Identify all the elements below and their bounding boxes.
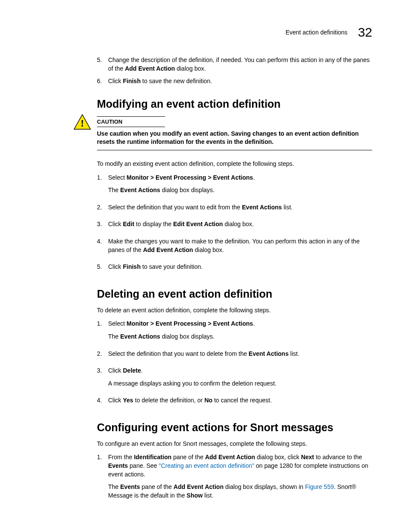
step-sub: The Event Actions dialog box displays. bbox=[108, 333, 372, 341]
step-body: Select the definition that you want to d… bbox=[108, 350, 372, 363]
step-number: 1. bbox=[97, 320, 108, 345]
caution-label: CAUTION bbox=[97, 116, 165, 127]
step-body: Make the changes you want to make to the… bbox=[108, 237, 372, 258]
list-item: 3.Click Edit to display the Edit Event A… bbox=[97, 220, 372, 233]
step-number: 4. bbox=[97, 396, 108, 409]
step-number: 1. bbox=[97, 453, 108, 504]
section-intro: To modify an existing event action defin… bbox=[97, 160, 372, 168]
list-item: 5. Change the description of the definit… bbox=[97, 56, 372, 73]
list-item: 6. Click Finish to save the new definiti… bbox=[97, 77, 372, 86]
steps-list-deleting: 1.Select Monitor > Event Processing > Ev… bbox=[97, 320, 372, 409]
step-body: Select Monitor > Event Processing > Even… bbox=[108, 320, 372, 345]
warning-icon: ! bbox=[73, 114, 91, 130]
section-heading-modifying: Modifying an event action definition bbox=[97, 98, 372, 110]
step-body: Select Monitor > Event Processing > Even… bbox=[108, 174, 372, 199]
list-item: 2.Select the definition that you want to… bbox=[97, 203, 372, 216]
step-body: Click Finish to save your definition. bbox=[108, 263, 372, 276]
step-number: 2. bbox=[97, 203, 108, 216]
list-item: 3.Click Delete.A message displays asking… bbox=[97, 367, 372, 392]
section-heading-deleting: Deleting an event action definition bbox=[97, 288, 372, 300]
cross-reference-link[interactable]: "Creating an event action definition" bbox=[159, 462, 255, 469]
section-label: Event action definitions bbox=[286, 29, 348, 36]
page-content: 5. Change the description of the definit… bbox=[97, 56, 372, 504]
step-number: 5. bbox=[97, 263, 108, 276]
chapter-number: 32 bbox=[358, 25, 372, 40]
section-heading-snort: Configuring event actions for Snort mess… bbox=[97, 421, 372, 434]
step-number: 5. bbox=[97, 56, 108, 73]
section-intro: To delete an event action definition, co… bbox=[97, 306, 372, 315]
step-sub: The Event Actions dialog box displays. bbox=[108, 186, 372, 195]
step-number: 1. bbox=[97, 174, 108, 199]
section-intro: To configure an event action for Snort m… bbox=[97, 440, 372, 448]
step-body: Click Delete.A message displays asking y… bbox=[108, 367, 372, 392]
step-number: 2. bbox=[97, 350, 108, 363]
caution-block: ! CAUTION Use caution when you modify an… bbox=[97, 116, 372, 150]
step-body: Click Finish to save the new definition. bbox=[108, 77, 372, 86]
list-item: 4.Click Yes to delete the definition, or… bbox=[97, 396, 372, 409]
step-body: Select the definition that you want to e… bbox=[108, 203, 372, 216]
list-item: 1.Select Monitor > Event Processing > Ev… bbox=[97, 320, 372, 345]
page-header: Event action definitions 32 bbox=[286, 25, 372, 40]
steps-list-snort: 1.From the Identification pane of the Ad… bbox=[97, 453, 372, 504]
cross-reference-link[interactable]: Figure 559 bbox=[305, 483, 334, 490]
step-number: 6. bbox=[97, 77, 108, 86]
svg-text:!: ! bbox=[81, 118, 84, 129]
caution-text: Use caution when you modify an event act… bbox=[97, 130, 372, 150]
step-body: Click Edit to display the Edit Event Act… bbox=[108, 220, 372, 233]
step-sub: A message displays asking you to confirm… bbox=[108, 380, 372, 388]
step-body: Change the description of the definition… bbox=[108, 56, 372, 73]
step-sub: The Events pane of the Add Event Action … bbox=[108, 483, 372, 500]
step-number: 3. bbox=[97, 367, 108, 392]
list-item: 1.Select Monitor > Event Processing > Ev… bbox=[97, 174, 372, 199]
step-number: 3. bbox=[97, 220, 108, 233]
list-item: 5.Click Finish to save your definition. bbox=[97, 263, 372, 276]
document-page: Event action definitions 32 5. Change th… bbox=[0, 0, 411, 532]
step-number: 4. bbox=[97, 237, 108, 258]
list-item: 4.Make the changes you want to make to t… bbox=[97, 237, 372, 258]
list-item: 1.From the Identification pane of the Ad… bbox=[97, 453, 372, 504]
steps-list-modifying: 1.Select Monitor > Event Processing > Ev… bbox=[97, 174, 372, 276]
list-item: 2.Select the definition that you want to… bbox=[97, 350, 372, 363]
top-steps-list: 5. Change the description of the definit… bbox=[97, 56, 372, 86]
step-body: Click Yes to delete the definition, or N… bbox=[108, 396, 372, 409]
step-body: From the Identification pane of the Add … bbox=[108, 453, 372, 504]
